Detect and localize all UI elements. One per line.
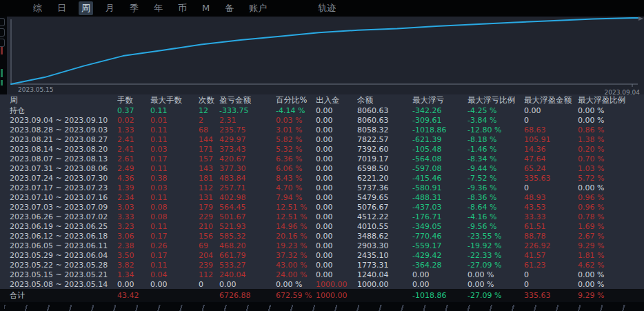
cell: 501.67 bbox=[219, 212, 276, 221]
table-row-w-2023-07-24[interactable]: 2023.07.24 ~ 2023.07.304.360.38181483.84… bbox=[0, 173, 644, 183]
row-label: 2023.06.26 ~ 2023.07.02 bbox=[10, 212, 117, 221]
tab-zhanghu[interactable]: 账户 bbox=[246, 1, 270, 15]
cell: 9.29 % bbox=[578, 241, 640, 250]
table-row-w-2023-06-05[interactable]: 2023.06.05 ~ 2023.06.112.380.2669468.201… bbox=[0, 241, 644, 250]
table-row-w-2023-08-14[interactable]: 2023.08.14 ~ 2023.08.202.410.03171373.43… bbox=[0, 144, 644, 154]
cell: 0.00 bbox=[316, 174, 357, 183]
cell: 0.02 bbox=[117, 116, 150, 125]
table-row-w-2023-07-31[interactable]: 2023.07.31 ~ 2023.08.062.490.11143377.30… bbox=[0, 163, 644, 173]
row-label: 2023.06.19 ~ 2023.06.25 bbox=[10, 222, 117, 231]
cell: 0.86 % bbox=[578, 126, 640, 134]
cell: 0.00 % bbox=[578, 270, 640, 279]
cell: 0.78 % bbox=[578, 212, 640, 221]
cell: 12 bbox=[199, 106, 219, 115]
table-row-w-2023-06-26[interactable]: 2023.06.26 ~ 2023.07.023.330.08229501.67… bbox=[0, 212, 644, 221]
cell: 0.00 bbox=[316, 145, 357, 154]
cell: 402.98 bbox=[219, 193, 276, 202]
row-label: 2023.06.12 ~ 2023.06.18 bbox=[10, 232, 117, 241]
cell: 5.32 % bbox=[276, 145, 316, 154]
table-row-w-2023-05-08[interactable]: 2023.05.08 ~ 2023.05.140.000.0000.000.00… bbox=[0, 279, 644, 289]
cell: -309.61 bbox=[412, 116, 467, 125]
cell: -12.80 % bbox=[467, 126, 524, 134]
cell: 0.17 bbox=[150, 154, 199, 163]
cell: 0.04 bbox=[150, 270, 199, 279]
table-row-w-2023-05-22[interactable]: 2023.05.22 ~ 2023.05.283.820.11239533.27… bbox=[0, 260, 644, 270]
row-label: 2023.07.31 ~ 2023.08.06 bbox=[10, 164, 117, 173]
cell: 0.00 bbox=[316, 270, 357, 279]
tab-ri[interactable]: 日 bbox=[54, 1, 69, 15]
column-header: 最大浮盈金额 bbox=[524, 95, 578, 106]
tab-guiji[interactable]: 轨迹 bbox=[315, 1, 339, 15]
table-row-position[interactable]: 持仓0.370.1112-333.75-4.14 %0.008060.63-34… bbox=[0, 106, 644, 115]
cell: -23.55 % bbox=[467, 232, 524, 241]
cell: -559.17 bbox=[412, 241, 467, 250]
table-row-w-2023-05-29[interactable]: 2023.05.29 ~ 2023.06.043.500.17204661.79… bbox=[0, 250, 644, 260]
cell: 179 bbox=[199, 203, 219, 212]
cell: 43.42 bbox=[117, 291, 150, 300]
cell: 2.67 % bbox=[578, 232, 640, 241]
tab-ji[interactable]: 季 bbox=[127, 1, 141, 15]
tab-m[interactable]: M bbox=[199, 1, 212, 15]
tab-zong[interactable]: 综 bbox=[30, 1, 45, 15]
cell: -4.14 % bbox=[276, 106, 316, 115]
tab-bei[interactable]: 备 bbox=[222, 1, 237, 15]
cell: 3.23 bbox=[117, 222, 150, 231]
cell: 1240.04 bbox=[357, 270, 412, 279]
table-row-w-2023-08-07[interactable]: 2023.08.07 ~ 2023.08.132.610.17157420.67… bbox=[0, 154, 644, 163]
cell: 0.00 bbox=[316, 241, 357, 250]
cell: -364.28 bbox=[412, 261, 467, 270]
cell: 3.50 bbox=[117, 251, 150, 260]
cell: 2.61 bbox=[117, 154, 150, 163]
cell: 33.33 bbox=[524, 212, 578, 221]
cell: -27.09 % bbox=[467, 261, 524, 270]
table-row-w-2023-09-04[interactable]: 2023.09.04 ~ 2023.09.100.020.0122.310.03… bbox=[0, 115, 644, 125]
cell: 585.32 bbox=[219, 232, 276, 241]
cell: -8.64 % bbox=[467, 203, 524, 212]
cell: 112 bbox=[199, 183, 219, 192]
cell: -1018.86 bbox=[412, 291, 467, 300]
row-label: 2023.07.24 ~ 2023.07.30 bbox=[10, 174, 117, 183]
cell: 0.11 bbox=[150, 261, 199, 270]
cell: 0.00 bbox=[316, 222, 357, 231]
cell: 3.33 bbox=[117, 212, 150, 221]
cell: 335.63 bbox=[524, 291, 578, 300]
cell: -9.56 % bbox=[467, 222, 524, 231]
cell: 0.00 bbox=[316, 135, 357, 144]
column-header: 盈亏金额 bbox=[219, 95, 276, 106]
cell: -8.18 % bbox=[467, 135, 524, 144]
table-row-w-2023-06-12[interactable]: 2023.06.12 ~ 2023.06.183.060.17156585.32… bbox=[0, 231, 644, 241]
table-row-w-2023-08-21[interactable]: 2023.08.21 ~ 2023.08.272.410.11144429.97… bbox=[0, 134, 644, 144]
edge-green-tick bbox=[1, 69, 3, 77]
cell: 226.92 bbox=[524, 241, 578, 250]
cell: -429.42 bbox=[412, 251, 467, 260]
cell: 61.23 bbox=[524, 261, 578, 270]
cell: 0.26 bbox=[150, 241, 199, 250]
cell: 156 bbox=[199, 232, 219, 241]
tab-yue[interactable]: 月 bbox=[103, 1, 117, 15]
cell: 12.51 % bbox=[276, 212, 316, 221]
table-row-w-2023-08-28[interactable]: 2023.08.28 ~ 2023.09.031.330.1168235.753… bbox=[0, 125, 644, 134]
table-row-w-2023-07-03[interactable]: 2023.07.03 ~ 2023.07.093.030.08179564.45… bbox=[0, 202, 644, 212]
cell: 1.39 bbox=[117, 183, 150, 192]
cell: 6.36 % bbox=[276, 154, 316, 163]
table-row-w-2023-05-15[interactable]: 2023.05.15 ~ 2023.05.211.340.04112240.04… bbox=[0, 270, 644, 279]
cell: 0.00 bbox=[316, 261, 357, 270]
cell: 3488.62 bbox=[357, 232, 412, 241]
table-row-w-2023-07-10[interactable]: 2023.07.10 ~ 2023.07.162.340.11131402.98… bbox=[0, 192, 644, 202]
tab-bi[interactable]: 币 bbox=[175, 1, 190, 15]
cell: 5.72 % bbox=[578, 174, 640, 183]
cell: 2 bbox=[199, 116, 219, 125]
row-label: 2023.08.21 ~ 2023.08.27 bbox=[10, 135, 117, 144]
cell: -3.84 % bbox=[467, 116, 524, 125]
equity-curve-chart: 2023.05.15 2023.09.04 bbox=[0, 17, 644, 94]
table-row-w-2023-06-19[interactable]: 2023.06.19 ~ 2023.06.253.230.11210521.93… bbox=[0, 221, 644, 231]
row-label: 合计 bbox=[10, 290, 117, 301]
cell: 0.17 bbox=[150, 251, 199, 260]
tab-nian[interactable]: 年 bbox=[151, 1, 165, 15]
table-row-w-2023-07-17[interactable]: 2023.07.17 ~ 2023.07.231.390.03112257.71… bbox=[0, 183, 644, 192]
edge-bracket-icon bbox=[0, 18, 5, 26]
cell: 4.36 bbox=[117, 174, 150, 183]
cell: 88.78 bbox=[524, 232, 578, 241]
tab-zhou[interactable]: 周 bbox=[79, 1, 93, 15]
cell: 0.11 bbox=[150, 193, 199, 202]
